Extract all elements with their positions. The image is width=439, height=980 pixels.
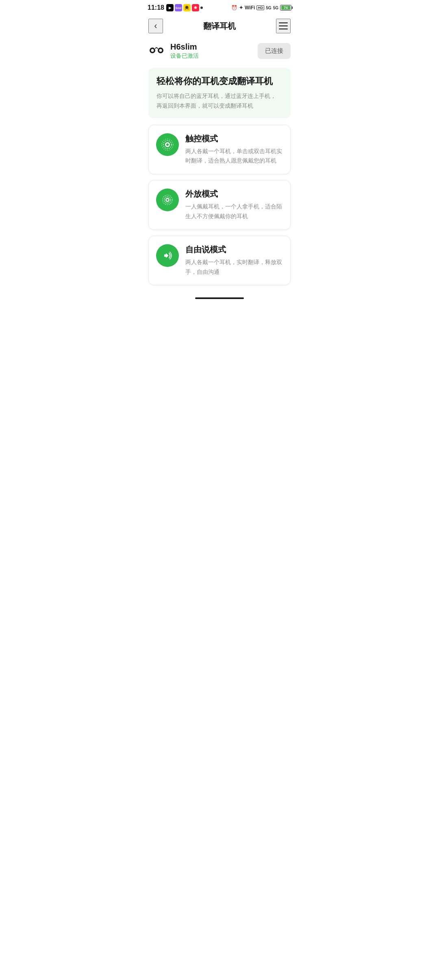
home-indicator [195,297,244,299]
svg-rect-1 [279,26,288,27]
device-name: H6slim [170,42,252,52]
speaker-mode-title: 外放模式 [185,189,283,199]
svg-marker-15 [166,253,168,258]
mode-card-speaker[interactable]: 外放模式 一人佩戴耳机，一个人拿手机，适合陌生人不方便佩戴你的耳机 [148,180,291,230]
touch-mode-icon [161,138,174,151]
svg-rect-2 [279,28,288,30]
alarm-icon: ⏰ [231,5,237,11]
svg-point-4 [151,49,154,52]
promo-title: 轻松将你的耳机变成翻译耳机 [156,75,283,87]
svg-point-6 [159,49,162,52]
nav-bar: ‹ 翻译耳机 [140,14,299,38]
svg-point-12 [167,199,169,201]
hd-icon: HD [256,5,264,10]
promo-desc: 你可以将自己的蓝牙耳机，通过蓝牙连上手机，再返回到本界面，就可以变成翻译耳机 [156,91,283,111]
menu-button[interactable] [276,19,291,33]
free-mode-desc: 两人各戴一个耳机，实时翻译，释放双手，自由沟通 [185,258,283,277]
signal2-icon: 5G [273,6,278,10]
speaker-mode-desc: 一人佩戴耳机，一个人拿手机，适合陌生人不方便佩戴你的耳机 [185,202,283,221]
battery-fill: 74 [281,6,290,10]
touch-mode-desc: 两人各戴一个耳机，单击或双击耳机实时翻译，适合熟人愿意佩戴您的耳机 [185,147,283,166]
mode-card-free[interactable]: 自由说模式 两人各戴一个耳机，实时翻译，释放双手，自由沟通 [148,236,291,286]
status-time: 11:18 [148,4,164,11]
device-info: H6slim 设备已激活 [170,42,252,60]
soul-icon: Soul [175,4,182,11]
battery-indicator: 74 [280,5,291,11]
free-mode-title: 自由说模式 [185,244,283,255]
xiaohongshu-icon: ❀ [192,4,199,11]
touch-mode-icon-wrap [156,133,179,156]
device-icon [148,43,165,59]
status-bar: 11:18 ▶ Soul 美 ❀ ⏰ ✦ WiFi HD 5G 5G 74 [140,0,299,14]
menu-icon [279,22,288,30]
free-mode-icon-wrap [156,244,179,267]
tiktok-icon: ▶ [166,4,174,11]
status-right: ⏰ ✦ WiFi HD 5G 5G 74 [231,5,291,11]
status-left: 11:18 ▶ Soul 美 ❀ [148,4,203,11]
speaker-mode-text: 外放模式 一人佩戴耳机，一个人拿手机，适合陌生人不方便佩戴你的耳机 [185,189,283,221]
back-button[interactable]: ‹ [148,19,163,33]
dot-indicator [200,7,203,9]
wifi-icon: WiFi [245,5,255,11]
device-activated-status: 设备已激活 [170,52,252,60]
page-title: 翻译耳机 [203,21,236,32]
meituan-icon: 美 [183,4,191,11]
touch-mode-text: 触控模式 两人各戴一个耳机，单击或双击耳机实时翻译，适合熟人愿意佩戴您的耳机 [185,133,283,166]
free-mode-icon [161,249,174,262]
device-row: H6slim 设备已激活 已连接 [140,38,299,66]
speaker-mode-icon [161,193,174,206]
mode-card-touch[interactable]: 触控模式 两人各戴一个耳机，单击或双击耳机实时翻译，适合熟人愿意佩戴您的耳机 [148,125,291,175]
promo-banner: 轻松将你的耳机变成翻译耳机 你可以将自己的蓝牙耳机，通过蓝牙连上手机，再返回到本… [148,68,291,118]
touch-mode-title: 触控模式 [185,133,283,144]
status-app-icons: ▶ Soul 美 ❀ [166,4,203,11]
connect-button[interactable]: 已连接 [258,43,291,59]
free-mode-text: 自由说模式 两人各戴一个耳机，实时翻译，释放双手，自由沟通 [185,244,283,277]
signal1-icon: 5G [266,6,271,10]
svg-point-8 [166,143,169,146]
svg-rect-0 [279,22,288,24]
bluetooth-icon: ✦ [239,5,243,11]
speaker-mode-icon-wrap [156,189,179,211]
svg-rect-16 [164,254,166,257]
